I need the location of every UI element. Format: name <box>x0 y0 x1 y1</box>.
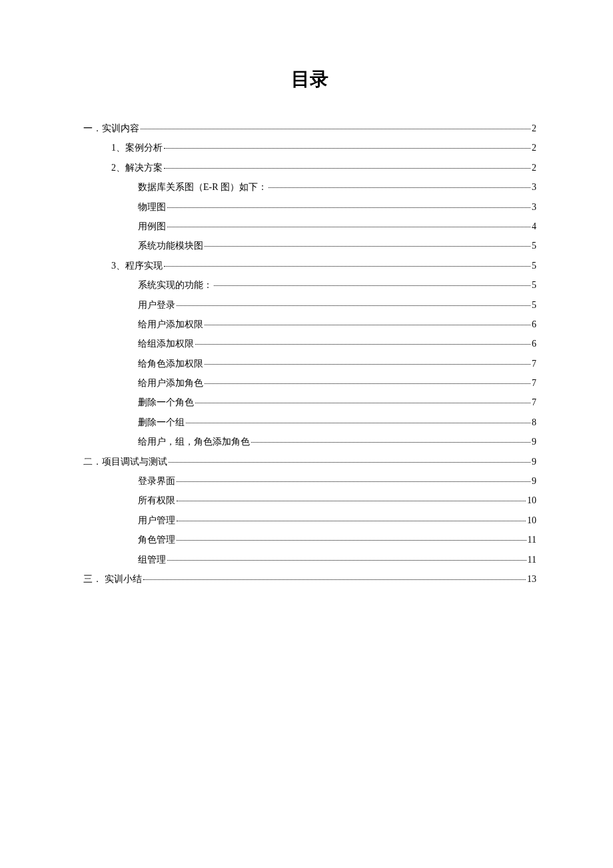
toc-page-number: 10 <box>527 491 536 510</box>
toc-entry: 用例图4 <box>83 217 536 236</box>
toc-label: 数据库关系图（E-R 图）如下： <box>138 177 267 197</box>
toc-entry: 3、程序实现5 <box>83 256 536 275</box>
toc-page-number: 6 <box>532 315 536 334</box>
toc-label: 所有权限 <box>138 491 175 510</box>
toc-page-number: 3 <box>532 197 536 217</box>
toc-leader <box>205 237 530 247</box>
toc-page-number: 2 <box>532 138 536 157</box>
toc-label: 给组添加权限 <box>138 334 194 353</box>
toc-leader <box>167 218 530 227</box>
toc-leader <box>269 179 530 188</box>
toc-entry: 二．项目调试与测试9 <box>83 452 536 471</box>
toc-leader <box>167 199 530 208</box>
toc-label: 给角色添加权限 <box>138 354 203 373</box>
toc-page-number: 10 <box>527 511 536 530</box>
toc-page-number: 4 <box>532 217 536 236</box>
toc-leader <box>141 120 530 129</box>
toc-leader <box>177 297 530 306</box>
toc-label: 1、案例分析 <box>111 138 163 157</box>
toc-leader <box>177 492 526 501</box>
toc-leader <box>164 257 530 267</box>
toc-leader <box>251 433 530 443</box>
table-of-contents: 一．实训内容21、案例分析22、解决方案2数据库关系图（E-R 图）如下：3物理… <box>83 119 536 589</box>
toc-label: 2、解决方案 <box>111 158 163 177</box>
toc-label: 删除一个角色 <box>138 393 194 412</box>
toc-leader <box>214 277 530 286</box>
toc-page-number: 9 <box>532 452 536 471</box>
toc-page-number: 5 <box>532 236 536 255</box>
toc-entry: 角色管理11 <box>83 530 536 549</box>
toc-page-number: 11 <box>528 550 536 569</box>
toc-leader <box>205 375 530 384</box>
toc-label: 系统功能模块图 <box>138 236 203 255</box>
toc-leader <box>167 551 526 561</box>
toc-entry: 三． 实训小结13 <box>83 569 536 589</box>
toc-entry: 删除一个组8 <box>83 413 536 432</box>
toc-page-number: 2 <box>532 158 536 177</box>
toc-entry: 给组添加权限6 <box>83 334 536 353</box>
toc-entry: 用户登录5 <box>83 295 536 315</box>
toc-entry: 所有权限10 <box>83 491 536 510</box>
toc-leader <box>195 394 530 403</box>
toc-entry: 系统功能模块图5 <box>83 236 536 255</box>
toc-entry: 登录界面9 <box>83 471 536 491</box>
toc-label: 给用户添加权限 <box>138 315 203 334</box>
toc-label: 给用户，组，角色添加角色 <box>138 432 250 451</box>
toc-entry: 1、案例分析2 <box>83 138 536 157</box>
toc-leader <box>205 355 530 365</box>
toc-page-number: 7 <box>532 354 536 373</box>
toc-leader <box>177 531 526 541</box>
toc-leader <box>186 414 530 423</box>
toc-entry: 系统实现的功能：5 <box>83 275 536 295</box>
toc-leader <box>177 473 530 482</box>
toc-page-number: 7 <box>532 393 536 412</box>
toc-page-number: 6 <box>532 334 536 353</box>
toc-page-number: 5 <box>532 295 536 315</box>
toc-leader <box>164 139 530 149</box>
toc-leader <box>205 316 530 325</box>
toc-entry: 物理图3 <box>83 197 536 217</box>
toc-leader <box>143 571 526 580</box>
toc-entry: 给用户添加权限6 <box>83 315 536 334</box>
toc-entry: 用户管理10 <box>83 511 536 530</box>
toc-page-number: 5 <box>532 256 536 275</box>
toc-page-number: 3 <box>532 177 536 197</box>
toc-leader <box>164 159 530 169</box>
toc-entry: 组管理11 <box>83 550 536 569</box>
toc-leader <box>195 335 530 345</box>
toc-label: 删除一个组 <box>138 413 185 432</box>
toc-label: 三． 实训小结 <box>83 569 142 589</box>
toc-label: 组管理 <box>138 550 166 569</box>
toc-page-number: 5 <box>532 275 536 295</box>
toc-page-number: 9 <box>532 432 536 451</box>
toc-entry: 数据库关系图（E-R 图）如下：3 <box>83 177 536 197</box>
toc-entry: 给用户添加角色7 <box>83 373 536 393</box>
toc-label: 用户登录 <box>138 295 175 315</box>
toc-entry: 2、解决方案2 <box>83 158 536 177</box>
toc-entry: 一．实训内容2 <box>83 119 536 138</box>
toc-label: 登录界面 <box>138 471 175 491</box>
toc-label: 二．项目调试与测试 <box>83 452 167 471</box>
toc-label: 用户管理 <box>138 511 175 530</box>
page-title: 目录 <box>83 67 536 92</box>
toc-label: 物理图 <box>138 197 166 217</box>
toc-entry: 给角色添加权限7 <box>83 354 536 373</box>
toc-page-number: 8 <box>532 413 536 432</box>
toc-page-number: 11 <box>528 530 536 549</box>
toc-label: 用例图 <box>138 217 166 236</box>
toc-page-number: 7 <box>532 373 536 393</box>
toc-page-number: 13 <box>527 569 536 589</box>
toc-label: 3、程序实现 <box>111 256 163 275</box>
toc-leader <box>169 453 530 463</box>
toc-label: 一．实训内容 <box>83 119 139 138</box>
toc-label: 系统实现的功能： <box>138 275 213 295</box>
toc-page-number: 2 <box>532 119 536 138</box>
toc-label: 角色管理 <box>138 530 175 549</box>
toc-entry: 删除一个角色7 <box>83 393 536 412</box>
toc-entry: 给用户，组，角色添加角色9 <box>83 432 536 451</box>
toc-label: 给用户添加角色 <box>138 373 203 393</box>
toc-leader <box>177 512 526 521</box>
toc-page-number: 9 <box>532 471 536 491</box>
